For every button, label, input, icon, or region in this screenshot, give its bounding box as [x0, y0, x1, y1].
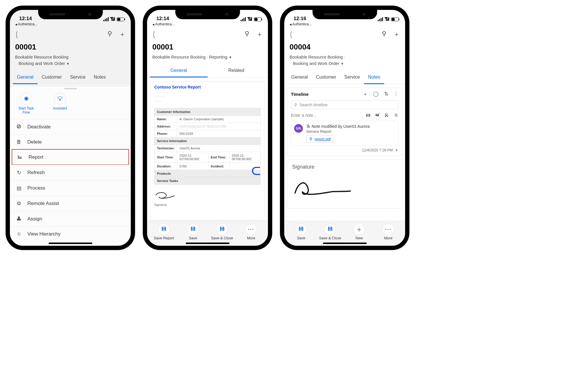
quick-label: Start Task Flow: [16, 106, 37, 114]
action-save-close[interactable]: 💾︎Save & Close: [316, 223, 345, 239]
tab-general[interactable]: General: [13, 71, 38, 84]
record-title: 00001: [152, 43, 263, 52]
tab-customer[interactable]: Customer: [38, 71, 66, 84]
search-icon[interactable]: ⚲: [245, 30, 249, 39]
timeline-item-subtitle: Service Report: [306, 129, 395, 134]
chevron-down-icon: ▼: [66, 61, 70, 67]
menu-remote-assist[interactable]: ⚙Remote Assist: [11, 196, 130, 211]
attachment[interactable]: 📄︎ report.pdf: [306, 135, 333, 143]
action-more[interactable]: ⋯More: [236, 223, 266, 239]
save-close-icon: 💾︎: [324, 223, 336, 235]
record-tabs: General Related: [147, 64, 268, 77]
action-new[interactable]: ＋New: [345, 223, 374, 239]
chevron-down-icon: ▼: [340, 61, 344, 67]
back-button[interactable]: ⟨: [153, 30, 155, 39]
save-icon: 💾︎: [158, 223, 170, 235]
back-button[interactable]: ⟨: [16, 30, 18, 39]
record-subtitle-1: Bookable Resource Booking ·: [15, 54, 126, 60]
action-more[interactable]: ⋯More: [374, 223, 403, 239]
record-form-selector: Bookable Resource Booking · Reporting: [152, 55, 227, 59]
breadcrumb[interactable]: Authentica...: [10, 22, 131, 26]
action-save[interactable]: 💾︎Save: [179, 223, 208, 239]
report-title: Contoso Service Report: [154, 85, 261, 89]
clock: 12:16: [294, 16, 306, 22]
tab-notes[interactable]: Notes: [364, 71, 384, 84]
add-icon[interactable]: ＋: [119, 30, 126, 39]
breadcrumb[interactable]: Authentica...: [284, 22, 405, 26]
record-header: 00004 Bookable Resource Booking · Bookin…: [284, 43, 405, 71]
note-icon: 📝︎: [306, 124, 310, 129]
mic-icon[interactable]: 🎤︎: [384, 113, 389, 118]
tab-related[interactable]: Related: [208, 64, 265, 77]
assign-icon: 👤︎: [16, 216, 22, 222]
signature-section[interactable]: Signature: [287, 160, 402, 208]
battery-icon: [254, 17, 262, 21]
timeline-sort-icon[interactable]: ⇅: [384, 91, 388, 98]
wifi-icon: 📶︎: [385, 17, 389, 22]
save-icon: 💾︎: [187, 223, 199, 235]
menu-refresh[interactable]: ↻Refresh: [11, 165, 130, 180]
add-icon[interactable]: ＋: [393, 30, 400, 39]
add-icon[interactable]: ＋: [256, 30, 263, 39]
report-table: Customer Information Name:A. Datum Corpo…: [154, 108, 261, 185]
report-preview[interactable]: Contoso Service Report — — — —— — —— — C…: [151, 82, 264, 221]
signal-icon: [103, 17, 109, 21]
breadcrumb[interactable]: Authentica...: [147, 22, 268, 26]
tab-customer[interactable]: Customer: [312, 71, 340, 84]
menu-deactivate[interactable]: 🚫︎Deactivate: [11, 119, 130, 134]
phone-3: 12:16 📶︎ Authentica... ⟨ ⚲ ＋ 00004 Booka…: [280, 6, 409, 250]
menu-view-hierarchy[interactable]: ⎋View Hierarchy: [11, 226, 130, 241]
mail-icon: ✉︎: [16, 246, 22, 250]
search-icon[interactable]: ⚲: [107, 30, 112, 39]
back-button[interactable]: ⟨: [290, 30, 292, 39]
record-header: 00001 Bookable Resource Booking · Bookin…: [10, 43, 131, 71]
tab-service[interactable]: Service: [340, 71, 364, 84]
action-save-close[interactable]: 💾︎Save & Close: [208, 223, 237, 239]
plus-icon: ＋: [353, 223, 365, 235]
timeline-add-icon[interactable]: ＋: [363, 91, 368, 98]
search-icon[interactable]: ⚲: [382, 30, 386, 39]
camera-icon[interactable]: 📷︎: [366, 113, 370, 118]
record-title: 00004: [289, 43, 400, 52]
task-flow-icon: ✺: [20, 93, 32, 105]
chevron-down-icon: ▼: [229, 55, 232, 60]
note-input[interactable]: Enter a note...: [291, 113, 317, 118]
tab-general[interactable]: General: [287, 71, 312, 84]
avatar: UA: [294, 124, 303, 133]
menu-assign[interactable]: 👤︎Assign: [11, 211, 130, 226]
contoso-logo-icon: [252, 167, 260, 175]
hierarchy-icon: ⎋: [16, 231, 22, 237]
tab-service[interactable]: Service: [66, 71, 89, 84]
action-save-report[interactable]: 💾︎Save Report: [149, 223, 179, 239]
command-sheet: ✺ Start Task Flow 💡︎ Assistant 🚫︎Deactiv…: [10, 86, 131, 246]
timeline-more-icon[interactable]: ⋮: [393, 91, 398, 98]
menu-delete[interactable]: 🗑︎Delete: [11, 134, 130, 149]
timeline-item-time: 12/4/2020 7:28 PM ▼: [291, 148, 398, 152]
record-tabs: General Customer Service Notes: [10, 71, 131, 84]
phone-1: 12:14 📶︎ Authentica... ⟨ ⚲ ＋ 00001 Booka…: [6, 6, 135, 250]
timeline-search-input[interactable]: ⚲ Search timeline: [291, 100, 398, 109]
tab-notes[interactable]: Notes: [90, 71, 110, 84]
pdf-icon: 📄︎: [309, 137, 313, 141]
attachment-link[interactable]: report.pdf: [315, 137, 331, 141]
timeline-item[interactable]: UA 📝︎ Note modified by User01 Aurora Ser…: [291, 121, 398, 146]
action-save[interactable]: 💾︎Save: [287, 223, 316, 239]
video-icon[interactable]: 📹︎: [375, 113, 380, 118]
timeline-card: Timeline ＋ ◯ ⇅ ⋮ ⚲ Search timeline Enter…: [287, 88, 402, 156]
report-address-blurred: — — — —— — —— —: [154, 91, 261, 103]
signature-drawing: [292, 177, 353, 199]
section-header: Service Tasks: [155, 177, 261, 185]
sheet-grab-handle[interactable]: [64, 88, 77, 89]
signature-header: Signature: [292, 164, 397, 170]
attach-icon[interactable]: 📎︎: [394, 113, 398, 118]
battery-icon: [391, 17, 399, 21]
menu-report[interactable]: 📊︎Report: [12, 149, 129, 165]
quick-start-task-flow[interactable]: ✺ Start Task Flow: [16, 93, 37, 114]
quick-assistant[interactable]: 💡︎ Assistant: [50, 93, 70, 114]
report-signature: Signature: [154, 188, 261, 206]
more-icon: ⋯: [382, 223, 394, 235]
menu-process[interactable]: ▤Process: [11, 180, 130, 196]
record-form-selector: Booking and Work Order: [19, 61, 65, 66]
timeline-filter-icon[interactable]: ◯: [373, 91, 379, 98]
tab-general[interactable]: General: [150, 64, 208, 77]
